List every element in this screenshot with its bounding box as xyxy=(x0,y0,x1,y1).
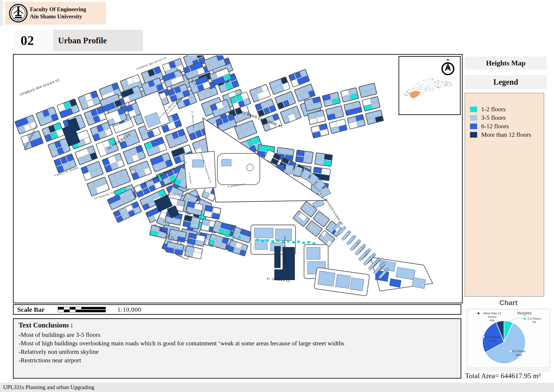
legend-swatch-1-2-floors xyxy=(470,106,477,112)
pie-label: Heights xyxy=(517,311,532,315)
street-label: OTHMAN IBN AFAAN ST. xyxy=(19,78,61,97)
pie-label: 6-12 Floors xyxy=(485,335,501,339)
pie-label: 6% xyxy=(490,319,495,322)
scale-bar-row: Scale Bar 1:10,000 xyxy=(13,304,461,315)
university-logo-icon: 1839 xyxy=(9,4,28,22)
institution-name: Faculty Of Engineering Ain Shams Univers… xyxy=(30,6,86,20)
text-conclusions-box: Text Conclusions : -Most of buildings ar… xyxy=(13,318,461,378)
course-code-text: UPL331s Planning and urban Upgrading xyxy=(3,383,554,392)
legend-label: More than 12 floors xyxy=(481,131,531,138)
chart-section-title: Chart xyxy=(466,299,551,307)
heights-map-canvas: OTHMAN IBN AFAAN ST.OTHMAN IBN AFAAN ST.… xyxy=(14,55,462,303)
conclusion-item: -Restrictions near airport xyxy=(19,356,456,364)
pie-label: 1-2 Floors xyxy=(527,317,541,320)
institution-line1: Faculty Of Engineering xyxy=(30,6,86,13)
study-area-highlight xyxy=(409,91,421,98)
conclusion-item: -Relatively non uniform skyline xyxy=(19,348,456,356)
legend-swatch-more-than-12-floors xyxy=(470,132,477,138)
svg-text:1839: 1839 xyxy=(17,19,20,21)
scale-ratio: 1:10,000 xyxy=(117,306,141,313)
heights-pie-chart-panel: HeightsMore than 12Floors6%1-2 Floors7%3… xyxy=(466,308,551,372)
legend-label: 6-12 floors xyxy=(481,123,509,130)
legend-item-1-2-floors: 1-2 floors xyxy=(470,105,544,113)
conclusions-title: Text Conclusions : xyxy=(19,321,456,329)
heights-map-frame: OTHMAN IBN AFAAN ST.OTHMAN IBN AFAAN ST.… xyxy=(13,54,463,303)
legend-swatch-6-12-floors xyxy=(470,124,477,129)
legend-box: 1-2 floors 3-5 floors 6-12 floors More t… xyxy=(465,93,544,297)
map-panel-title: Heights Map xyxy=(465,56,547,70)
location-inset-map: N xyxy=(399,56,461,115)
conclusion-item: -Most of high buildings overlooking main… xyxy=(19,339,456,348)
page-corner-strip xyxy=(0,0,3,26)
page-title: Urban Profile xyxy=(53,30,143,51)
scale-bar-graphic xyxy=(58,307,106,312)
total-area-text: Total Area= 644617.95 m² xyxy=(465,372,554,380)
pie-label: 60% xyxy=(516,353,522,357)
legend-label: 3-5 floors xyxy=(481,114,506,121)
pie-label: More than 12 xyxy=(484,312,501,315)
conclusion-item: -Most of buildings are 3-5 floors xyxy=(19,331,456,339)
legend-swatch-3-5-floors xyxy=(470,115,477,121)
legend-title: Legend xyxy=(465,75,547,89)
legend-item-6-12-floors: 6-12 floors xyxy=(470,122,544,130)
scale-bar-label: Scale Bar xyxy=(17,306,44,313)
inset-city-silhouette: N xyxy=(399,57,459,113)
legend-item-more-than-12-floors: More than 12 floors xyxy=(470,130,544,139)
svg-text:N: N xyxy=(447,58,449,61)
pie-label: 3-5 Floors xyxy=(512,350,526,353)
pie-label: 7% xyxy=(532,321,536,324)
pie-label: Floors xyxy=(488,315,497,319)
legend-label: 1-2 floors xyxy=(481,106,506,113)
institution-header: 1839 Faculty Of Engineering Ain Shams Un… xyxy=(5,2,106,25)
street-label: OTHMAN IBN AFAAN ST. xyxy=(136,56,168,70)
buildings-layer xyxy=(15,55,433,296)
pie-label: 27% xyxy=(490,339,496,343)
footer-bar: UPL331s Planning and urban Upgrading xyxy=(0,383,554,392)
section-number: 02 xyxy=(14,30,53,51)
heights-pie-chart: HeightsMore than 12Floors6%1-2 Floors7%3… xyxy=(466,308,551,372)
legend-item-3-5-floors: 3-5 floors xyxy=(470,113,544,122)
north-arrow-icon: N xyxy=(442,58,454,75)
institution-line2: Ain Shams University xyxy=(30,13,86,20)
